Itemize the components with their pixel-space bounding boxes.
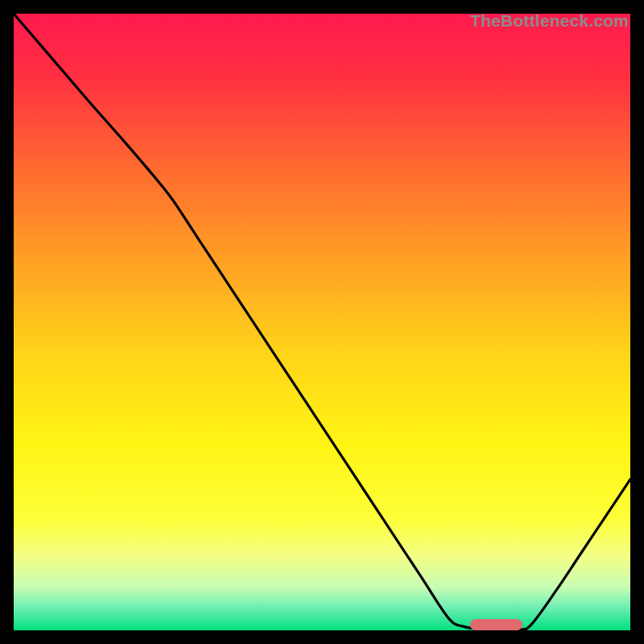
watermark-text: TheBottleneck.com (470, 11, 629, 31)
chart-frame: TheBottleneck.com (14, 14, 630, 630)
chart-background (14, 14, 630, 630)
optimal-range-marker (470, 619, 522, 630)
chart-svg (14, 14, 630, 630)
